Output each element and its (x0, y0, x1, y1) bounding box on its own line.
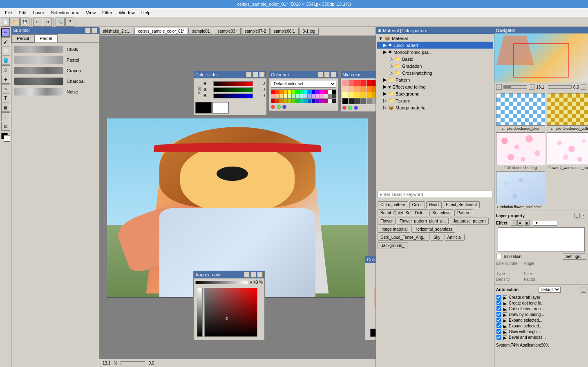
color-cell[interactable] (332, 90, 336, 94)
toolbar-open[interactable]: 📂 (11, 18, 20, 27)
tree-cross-hatching[interactable]: ▷ 📁 Cross-hatching (377, 69, 493, 76)
tool-gradient[interactable]: ▦ (1, 103, 10, 112)
color-set-dropdown[interactable]: Default color set (271, 80, 336, 88)
material-search-input[interactable] (378, 191, 492, 198)
tab-sample01[interactable]: sample01 (188, 28, 213, 35)
tab-celsys-sample[interactable]: celsys_sample_color_01* (134, 28, 188, 35)
menu-window[interactable]: Window (116, 9, 138, 16)
tree-monochromic[interactable]: ▶ ✖ Monochromic pat... (377, 49, 493, 56)
menu-edit[interactable]: Edit (16, 9, 30, 16)
mid-color-cell[interactable] (372, 86, 376, 92)
settings-button[interactable]: Settings... (563, 254, 586, 260)
mid-color-cell[interactable] (354, 80, 360, 86)
effect-toggle-2[interactable]: ■ (517, 220, 523, 226)
action-expand1-expand[interactable]: ▶ (503, 318, 507, 322)
auto-action-dropdown[interactable]: Default (539, 287, 561, 293)
mid-color-cell[interactable] (372, 98, 376, 104)
action-cut-expand[interactable]: ▶ (503, 307, 507, 311)
color-cell[interactable] (320, 94, 324, 98)
mid-color-dot-blue[interactable] (354, 106, 358, 110)
mid-color-cell[interactable] (360, 86, 366, 92)
color-wheel-svg[interactable] (374, 268, 376, 325)
mid-color-cell[interactable] (349, 80, 354, 86)
action-cut-selected-check[interactable] (496, 306, 501, 311)
effect-toggle-1[interactable]: ○ (511, 220, 516, 226)
tag-horizontal-seamless[interactable]: Horizontal_seamless (411, 226, 455, 233)
color-cell[interactable] (271, 99, 275, 103)
mid-color-cell[interactable] (354, 92, 360, 98)
color-cell[interactable] (300, 90, 304, 94)
tree-material[interactable]: ▼ 📦 Material (377, 35, 493, 42)
color-cell[interactable] (328, 90, 332, 94)
brush-pastel[interactable]: Pastel (13, 55, 97, 65)
color-cell[interactable] (308, 90, 311, 94)
color-set-close[interactable]: × (331, 72, 336, 78)
nav-rotation-slider[interactable] (548, 85, 572, 89)
tab-sample03[interactable]: sample03* (214, 28, 240, 35)
color-cell[interactable] (279, 99, 283, 103)
color-slider-minimize[interactable]: _ (253, 72, 258, 78)
swatch-foreground[interactable] (195, 102, 212, 113)
mid-color-dot-green[interactable] (348, 106, 352, 110)
color-cell[interactable] (275, 99, 279, 103)
color-cell[interactable] (312, 94, 315, 98)
color-cell[interactable] (332, 99, 336, 103)
tag-flower[interactable]: Flower (378, 218, 396, 225)
action-bevel-check[interactable] (496, 335, 501, 340)
color-slider-menu[interactable]: ≡ (246, 72, 252, 78)
layer-prop-close[interactable]: × (581, 213, 586, 218)
mid-color-cell[interactable] (360, 92, 366, 98)
toolbar-help[interactable]: ? (65, 18, 74, 27)
thumb-flower2[interactable]: Flower 2_warm color_trans... (547, 132, 588, 170)
color-cell[interactable] (275, 94, 279, 98)
menu-filter[interactable]: Filter (99, 9, 115, 16)
action-create-draft-check[interactable] (496, 295, 501, 300)
color-cell[interactable] (332, 94, 336, 98)
tool-move[interactable]: ✚ (1, 75, 10, 84)
action-expand2-check[interactable] (496, 323, 501, 328)
color-slider-close[interactable]: × (259, 72, 265, 78)
mid-color-cell[interactable] (367, 80, 372, 86)
approx-vertical-slider[interactable] (197, 288, 203, 337)
color-wheel-container[interactable] (367, 265, 376, 329)
action-bevel-expand[interactable]: ▶ (503, 335, 507, 339)
mid-color-cell[interactable] (367, 98, 372, 104)
action-create-dot-check[interactable] (496, 300, 501, 305)
sub-tools-close[interactable]: × (92, 28, 97, 33)
nav-zoom-slider[interactable] (503, 85, 527, 89)
action-expand-btn[interactable]: ▶ (503, 295, 507, 299)
color-cell[interactable] (312, 90, 315, 94)
action-expand1-check[interactable] (496, 318, 501, 323)
thumb-gradation-flower[interactable]: Gradation flower_cold color... (496, 171, 545, 209)
tag-color[interactable]: Color (409, 201, 425, 208)
tonization-checkbox[interactable] (496, 254, 501, 259)
tree-color-pattern[interactable]: ▶ ✖ Color pattern (377, 42, 493, 49)
tag-seamless[interactable]: Seamless (429, 209, 453, 216)
color-cell[interactable] (328, 94, 332, 98)
menu-selection[interactable]: Selection area (47, 9, 83, 16)
brush-charcoal[interactable]: Charcoal (13, 76, 97, 86)
mid-color-cell[interactable] (354, 98, 360, 104)
tool-eraser[interactable]: ⬜ (1, 47, 10, 56)
tab-akishake[interactable]: akishake_2.c... (99, 28, 134, 35)
tab-pencil[interactable]: Pencil (11, 34, 34, 42)
color-dot-red[interactable] (271, 105, 275, 109)
color-cell[interactable] (320, 99, 324, 103)
tag-effect-sentiment[interactable]: Effect_Sentiment (443, 201, 480, 208)
brush-noise[interactable]: Noise (13, 87, 97, 97)
tree-basic[interactable]: ▷ 📁 Basic (377, 56, 493, 62)
tag-bright-quiet[interactable]: Bright_Quiet_Soft_Deli... (378, 209, 428, 216)
tag-japanese-pattern[interactable]: Japanese_pattern (450, 218, 488, 225)
color-cell[interactable] (292, 94, 295, 98)
brush-chalk[interactable]: Chalk (13, 44, 97, 54)
effect-dropdown-val[interactable]: ▼ (533, 220, 557, 226)
tag-sky[interactable]: Sky (431, 234, 443, 241)
approx-color-close[interactable]: × (257, 272, 263, 278)
canvas-container[interactable]: Color slider ≡ _ × RGB R (99, 36, 376, 359)
tag-color-pattern[interactable]: Color_pattern (378, 201, 408, 208)
mid-color-cell[interactable] (342, 80, 348, 86)
tag-background[interactable]: Background_ (378, 242, 407, 249)
tag-flower-pattern[interactable]: Flower_pattern_plant_p... (397, 218, 449, 225)
color-cell[interactable] (324, 99, 328, 103)
thumb-checkered-blue[interactable]: simple checkered_blue (496, 93, 545, 131)
